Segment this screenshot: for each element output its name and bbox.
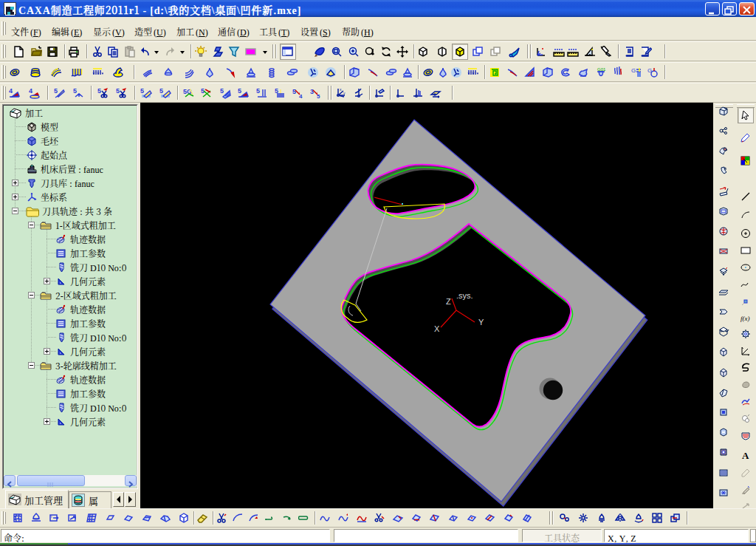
svg-text:5: 5 bbox=[256, 87, 260, 95]
svg-text:5: 5 bbox=[220, 87, 224, 95]
svg-text:3: 3 bbox=[310, 88, 314, 95]
svg-text:5: 5 bbox=[238, 87, 241, 95]
svg-text:4: 4 bbox=[9, 87, 13, 95]
svg-text:.sys.: .sys. bbox=[456, 291, 473, 300]
svg-text:5: 5 bbox=[140, 87, 144, 95]
svg-text:5: 5 bbox=[54, 87, 58, 95]
svg-text:4: 4 bbox=[29, 87, 32, 95]
svg-text:5: 5 bbox=[317, 93, 320, 99]
svg-text:5: 5 bbox=[116, 87, 120, 95]
svg-text:x: x bbox=[340, 87, 342, 92]
svg-text:G: G bbox=[631, 67, 636, 74]
svg-text:X: X bbox=[434, 324, 440, 333]
svg-text:G01: G01 bbox=[597, 67, 606, 72]
svg-text:5: 5 bbox=[73, 87, 77, 95]
svg-text:Y: Y bbox=[478, 318, 484, 327]
svg-text:5: 5 bbox=[292, 88, 296, 95]
svg-text:y: y bbox=[343, 91, 346, 95]
svg-text:5: 5 bbox=[159, 87, 163, 95]
svg-text:A: A bbox=[742, 450, 749, 461]
svg-text:Z: Z bbox=[446, 297, 451, 306]
svg-text:5: 5 bbox=[97, 87, 101, 95]
svg-text:f(x): f(x) bbox=[740, 315, 750, 322]
svg-text:4: 4 bbox=[299, 93, 303, 99]
